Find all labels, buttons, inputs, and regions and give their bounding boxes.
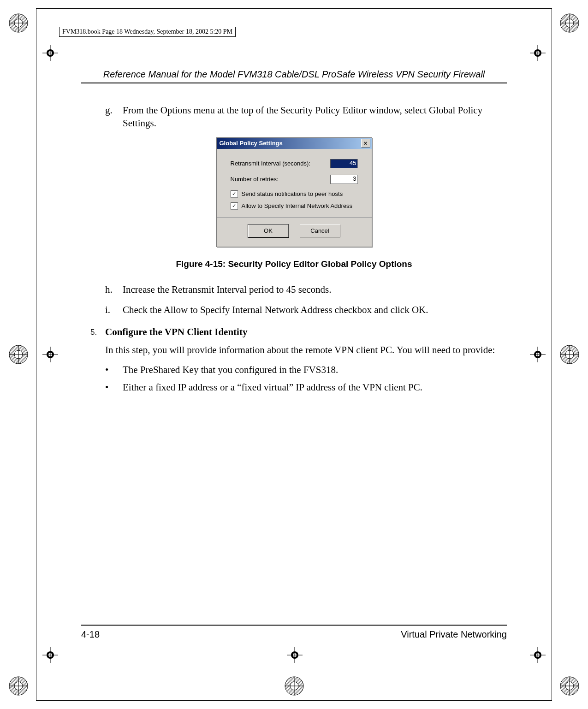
crosshair-icon <box>530 347 546 362</box>
step-5: 5. Configure the VPN Client Identity <box>90 326 507 338</box>
bullet-icon: • <box>105 381 123 394</box>
retries-label: Number of retries: <box>231 176 279 183</box>
step-g: g. From the Options menu at the top of t… <box>105 104 507 130</box>
content-area: Reference Manual for the Model FVM318 Ca… <box>81 69 507 640</box>
allow-internal-label: Allow to Specify Internal Network Addres… <box>242 202 353 209</box>
retransmit-label: Retransmit Interval (seconds): <box>231 160 310 167</box>
book-tag: FVM318.book Page 18 Wednesday, September… <box>59 27 236 37</box>
step-i-marker: i. <box>105 303 123 316</box>
step-i: i. Check the Allow to Specify Internal N… <box>105 303 507 316</box>
step-i-text: Check the Allow to Specify Internal Netw… <box>123 303 507 316</box>
figure-4-15: Global Policy Settings × Retransmit Inte… <box>81 137 507 269</box>
registration-mark-icon <box>8 13 29 33</box>
dialog-titlebar[interactable]: Global Policy Settings × <box>217 138 372 149</box>
step-h-marker: h. <box>105 283 123 296</box>
retransmit-input[interactable]: 45 <box>330 159 358 168</box>
close-button[interactable]: × <box>361 139 370 148</box>
bullet-2-text: Either a fixed IP address or a “fixed vi… <box>123 381 422 394</box>
header-rule <box>81 83 507 83</box>
bullet-1: • The PreShared Key that you configured … <box>105 363 507 376</box>
registration-mark-icon <box>8 344 29 365</box>
crosshair-icon <box>530 647 546 663</box>
step-5-marker: 5. <box>90 326 105 338</box>
checkbox-checked-icon[interactable]: ✓ <box>231 202 238 210</box>
registration-mark-icon <box>559 13 580 33</box>
footer-rule <box>81 625 507 626</box>
send-status-checkbox-row[interactable]: ✓ Send status notifications to peer host… <box>231 190 358 198</box>
close-icon: × <box>364 141 367 146</box>
crosshair-icon <box>530 45 546 61</box>
dialog-separator <box>217 217 372 218</box>
chapter-title: Virtual Private Networking <box>401 629 507 640</box>
checkbox-checked-icon[interactable]: ✓ <box>231 190 238 198</box>
step-h-text: Increase the Retransmit Interval period … <box>123 283 507 296</box>
bullet-icon: • <box>105 363 123 376</box>
crosshair-icon <box>42 45 58 61</box>
ok-button[interactable]: OK <box>248 225 289 237</box>
crosshair-icon <box>42 347 58 362</box>
page: FVM318.book Page 18 Wednesday, September… <box>0 0 588 709</box>
page-footer: 4-18 Virtual Private Networking <box>81 625 507 640</box>
retries-input[interactable]: 3 <box>330 175 358 184</box>
running-head: Reference Manual for the Model FVM318 Ca… <box>81 69 507 80</box>
cancel-button[interactable]: Cancel <box>300 225 340 237</box>
send-status-label: Send status notifications to peer hosts <box>242 190 343 197</box>
bullet-1-text: The PreShared Key that you configured in… <box>123 363 338 376</box>
dialog-body: Retransmit Interval (seconds): 45 Number… <box>217 149 372 247</box>
step-g-marker: g. <box>105 104 123 130</box>
global-policy-settings-dialog: Global Policy Settings × Retransmit Inte… <box>216 137 372 247</box>
bullet-2: • Either a fixed IP address or a “fixed … <box>105 381 507 394</box>
step-5-title: Configure the VPN Client Identity <box>105 326 507 338</box>
crosshair-icon <box>287 647 303 663</box>
dialog-button-row: OK Cancel <box>231 225 358 237</box>
crosshair-icon <box>42 647 58 663</box>
retries-field: Number of retries: 3 <box>231 175 358 184</box>
page-number: 4-18 <box>81 629 100 640</box>
registration-mark-icon <box>559 676 580 696</box>
dialog-title: Global Policy Settings <box>220 140 283 147</box>
step-5-intro: In this step, you will provide informati… <box>105 343 507 356</box>
registration-mark-icon <box>8 676 29 696</box>
allow-internal-checkbox-row[interactable]: ✓ Allow to Specify Internal Network Addr… <box>231 202 358 210</box>
registration-mark-icon <box>559 344 580 365</box>
step-g-text: From the Options menu at the top of the … <box>123 104 507 130</box>
retransmit-field: Retransmit Interval (seconds): 45 <box>231 159 358 168</box>
step-h: h. Increase the Retransmit Interval peri… <box>105 283 507 296</box>
figure-caption: Figure 4-15: Security Policy Editor Glob… <box>81 259 507 269</box>
